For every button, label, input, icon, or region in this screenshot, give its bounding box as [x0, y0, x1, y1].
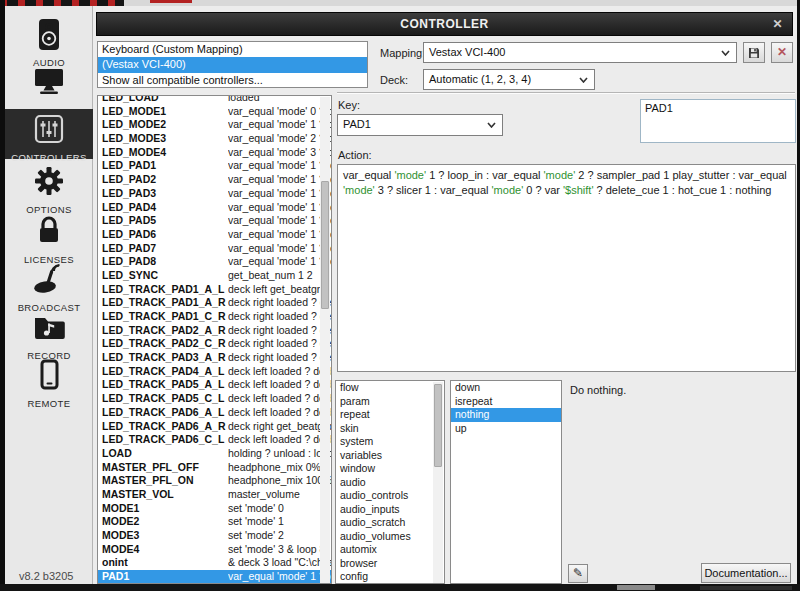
category-list-item[interactable]: system — [336, 435, 444, 449]
mapping-select[interactable]: Vestax VCI-400 — [423, 42, 737, 63]
key-list-scrollbar[interactable] — [320, 97, 330, 584]
key-row-action: deck left loaded ? deck — [228, 406, 331, 420]
category-label: audio_scratch — [340, 516, 405, 528]
sidebar-item-interface[interactable]: INTERFACE — [5, 65, 93, 114]
category-list-item[interactable]: variables — [336, 449, 444, 463]
key-row[interactable]: LED_TRACK_PAD6_A_Rdeck right get_beatgri… — [98, 420, 331, 434]
key-row[interactable]: MASTER_PFL_ONheadphone_mix 100% — [98, 474, 331, 488]
key-list-scrollbar-thumb[interactable] — [321, 181, 329, 309]
save-mapping-button[interactable] — [743, 42, 765, 63]
key-row[interactable]: LED_TRACK_PAD5_A_Ldeck left loaded ? dec… — [98, 378, 331, 392]
category-list-item[interactable]: repeat — [336, 408, 444, 422]
event-label: up — [455, 422, 467, 434]
key-row[interactable]: LED_MODE2var_equal 'mode' 1 ? o — [98, 118, 331, 132]
key-row[interactable]: LED_SYNCget_beat_num 1 2 — [98, 269, 331, 283]
key-list[interactable]: LED_LOADloaded LED_MODE1var_equal 'mode'… — [97, 95, 332, 584]
category-list-scrollbar[interactable] — [433, 382, 443, 584]
key-row[interactable]: MODE3set 'mode' 2 — [98, 529, 331, 543]
sidebar-item-record[interactable]: RECORD — [5, 309, 93, 358]
edit-action-button[interactable]: ✎ — [568, 564, 588, 583]
event-list-item[interactable]: down — [451, 381, 561, 395]
key-row[interactable]: LED_TRACK_PAD6_A_Ldeck left loaded ? dec… — [98, 406, 331, 420]
key-row[interactable]: LED_TRACK_PAD2_C_Rdeck right loaded ? de — [98, 337, 331, 351]
key-row[interactable]: LED_PAD6var_equal 'mode' 1 ? lo — [98, 228, 331, 242]
antenna-icon — [5, 261, 93, 297]
category-list-item[interactable]: audio_controls — [336, 489, 444, 503]
event-list-item[interactable]: nothing — [451, 408, 561, 422]
controller-list-item[interactable]: Show all compatible controllers... — [98, 73, 367, 88]
category-list-item[interactable]: audio_volumes — [336, 530, 444, 544]
key-row[interactable]: LED_PAD2var_equal 'mode' 1 ? lo — [98, 173, 331, 187]
deck-select[interactable]: Automatic (1, 2, 3, 4) — [423, 69, 595, 90]
category-list-item[interactable]: flow — [336, 381, 444, 395]
key-row[interactable]: onint& deck 3 load "C:\chea — [98, 556, 331, 570]
sidebar-item-options[interactable]: OPTIONS — [5, 163, 93, 212]
controller-list-item[interactable]: Keyboard (Custom Mapping) — [98, 42, 367, 57]
category-list-scrollbar-thumb[interactable] — [434, 384, 442, 467]
key-row-name: LED_TRACK_PAD6_A_L — [102, 406, 228, 420]
sidebar-item-controllers[interactable]: CONTROLLERS — [5, 109, 93, 159]
category-list-item[interactable]: automix — [336, 543, 444, 557]
category-list[interactable]: flow param repeat skin system variables … — [335, 380, 445, 584]
key-row[interactable]: LOADholding ? unload : load — [98, 447, 331, 461]
event-list-item[interactable]: up — [451, 422, 561, 436]
key-row[interactable]: LED_PAD4var_equal 'mode' 1 ? lo — [98, 201, 331, 215]
category-list-item[interactable]: config — [336, 570, 444, 584]
sidebar-item-remote[interactable]: REMOTE — [5, 357, 93, 406]
backdrop-red-dash — [150, 0, 192, 3]
key-row[interactable]: MASTER_VOLmaster_volume — [98, 488, 331, 502]
key-row[interactable]: LED_MODE1var_equal 'mode' 0 ? o — [98, 105, 331, 119]
key-select[interactable]: PAD1 — [337, 114, 503, 136]
category-list-item[interactable]: audio_inputs — [336, 503, 444, 517]
key-row[interactable]: LED_PAD1var_equal 'mode' 1 ? lo — [98, 159, 331, 173]
sidebar-item-licenses[interactable]: LICENSES — [5, 213, 93, 262]
key-row-action: master_volume — [228, 488, 331, 502]
key-row-action: deck left loaded ? deck — [228, 433, 331, 447]
key-row-action: holding ? unload : load — [228, 447, 331, 461]
documentation-button[interactable]: Documentation... — [701, 563, 791, 583]
category-list-item[interactable]: param — [336, 395, 444, 409]
key-row[interactable]: LED_TRACK_PAD1_A_Rdeck right loaded ? de — [98, 296, 331, 310]
key-row[interactable]: MODE4set 'mode' 3 & loop 8 — [98, 543, 331, 557]
key-row[interactable]: LED_PAD7var_equal 'mode' 1 ? lo — [98, 242, 331, 256]
key-row[interactable]: LED_TRACK_PAD1_C_Rdeck right loaded ? de — [98, 310, 331, 324]
key-row[interactable]: MASTER_PFL_OFFheadphone_mix 0% — [98, 461, 331, 475]
key-row[interactable]: PAD1var_equal 'mode' 1 ? lo — [98, 570, 331, 584]
key-row-action: deck right loaded ? de — [228, 351, 331, 365]
key-row-name: LED_TRACK_PAD6_C_L — [102, 433, 228, 447]
key-row[interactable]: LED_TRACK_PAD1_A_Ldeck left get_beatgrid… — [98, 283, 331, 297]
key-row[interactable]: LED_PAD3var_equal 'mode' 1 ? lo — [98, 187, 331, 201]
key-row[interactable]: LED_PAD5var_equal 'mode' 1 ? lo — [98, 214, 331, 228]
key-row[interactable]: LED_LOADloaded — [98, 95, 331, 105]
key-row-name: MODE1 — [102, 502, 228, 516]
key-row[interactable]: LED_TRACK_PAD6_C_Ldeck left loaded ? dec… — [98, 433, 331, 447]
key-learn-box[interactable]: PAD1 — [640, 99, 796, 143]
sidebar-item-audio[interactable]: AUDIO — [5, 16, 93, 65]
key-row[interactable]: LED_MODE3var_equal 'mode' 2 ? o — [98, 132, 331, 146]
event-list[interactable]: down isrepeat nothing up — [450, 380, 562, 584]
key-row[interactable]: LED_PAD8var_equal 'mode' 1 ? lo — [98, 255, 331, 269]
key-row-action: & deck 3 load "C:\chea — [228, 556, 331, 570]
category-list-item[interactable]: window — [336, 462, 444, 476]
category-list-item[interactable]: skin — [336, 422, 444, 436]
key-row[interactable]: LED_TRACK_PAD3_A_Rdeck right loaded ? de — [98, 351, 331, 365]
key-row[interactable]: LED_TRACK_PAD5_C_Ldeck left loaded ? dec… — [98, 392, 331, 406]
delete-mapping-button[interactable]: ✕ — [771, 42, 793, 63]
pencil-icon: ✎ — [573, 566, 583, 580]
key-row[interactable]: LED_TRACK_PAD4_A_Ldeck left loaded ? dec… — [98, 365, 331, 379]
controller-list-item[interactable]: (Vestax VCI-400) — [98, 57, 367, 72]
category-list-item[interactable]: audio — [336, 476, 444, 490]
controller-listbox[interactable]: Keyboard (Custom Mapping) (Vestax VCI-40… — [97, 41, 368, 88]
key-row[interactable]: MODE1set 'mode' 0 — [98, 502, 331, 516]
sidebar-item-broadcast[interactable]: BROADCAST — [5, 261, 93, 310]
event-list-item[interactable]: isrepeat — [451, 395, 561, 409]
close-icon[interactable]: ✕ — [772, 13, 783, 35]
key-row[interactable]: LED_MODE4var_equal 'mode' 3 ? o — [98, 146, 331, 160]
key-row-action: get_beat_num 1 2 — [228, 269, 331, 283]
category-list-item[interactable]: audio_scratch — [336, 516, 444, 530]
key-row-name: LED_TRACK_PAD6_A_R — [102, 420, 228, 434]
action-textarea[interactable]: var_equal 'mode' 1 ? loop_in : var_equal… — [337, 164, 796, 372]
key-row[interactable]: LED_TRACK_PAD2_A_Rdeck right loaded ? de — [98, 324, 331, 338]
key-row[interactable]: MODE2set 'mode' 1 — [98, 515, 331, 529]
category-list-item[interactable]: browser — [336, 557, 444, 571]
